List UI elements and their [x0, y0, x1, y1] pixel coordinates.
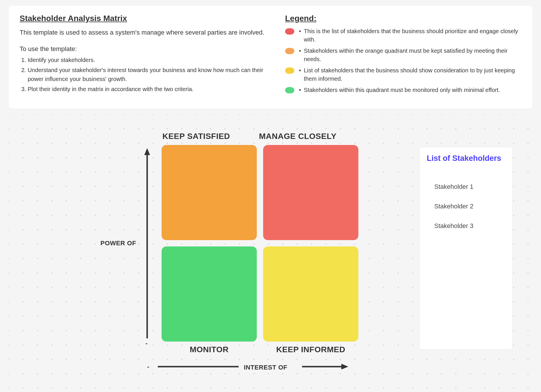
legend-text: Stakeholders within this quadrant must b…	[299, 86, 521, 94]
stakeholder-item[interactable]: Stakeholder 2	[427, 203, 505, 210]
legend-text: This is the list of stakeholders that th…	[299, 27, 521, 44]
stakeholder-item[interactable]: Stakeholder 3	[427, 222, 505, 230]
y-axis-label: POWER OF	[98, 240, 138, 247]
legend-row: List of stakeholders that the business s…	[285, 66, 521, 83]
legend-row: This is the list of stakeholders that th…	[285, 27, 521, 44]
svg-marker-4	[341, 364, 348, 370]
quadrant-keep-satisfied[interactable]	[162, 145, 257, 240]
legend-row: Stakeholders within this quadrant must b…	[285, 86, 521, 94]
quadrant-grid	[162, 145, 358, 342]
canvas-area[interactable]: KEEP SATISFIED MANAGE CLOSELY POWER OF -…	[9, 114, 532, 392]
legend-swatch-yellow	[285, 67, 294, 74]
matrix-container[interactable]: KEEP SATISFIED MANAGE CLOSELY POWER OF -…	[98, 132, 358, 370]
quadrant-keep-informed[interactable]	[263, 246, 358, 342]
legend-title: Legend:	[285, 14, 521, 23]
page-description: This template is used to assess a system…	[20, 28, 268, 37]
header-left: Stakeholder Analysis Matrix This templat…	[20, 14, 268, 97]
legend-text: Stakeholders within the orange quadrant …	[299, 47, 521, 63]
y-axis-low-tick: -	[145, 340, 147, 347]
quadrant-label-monitor: MONITOR	[162, 345, 257, 354]
x-axis-row: - INTEREST OF	[147, 363, 358, 370]
quadrant-manage-closely[interactable]	[263, 145, 358, 240]
quadrant-label-keep-informed: KEEP INFORMED	[263, 345, 358, 354]
step-item: Understand your stakeholder's interest t…	[28, 66, 268, 84]
legend-text: List of stakeholders that the business s…	[299, 66, 521, 83]
legend-swatch-orange	[285, 48, 294, 54]
stakeholder-item[interactable]: Stakeholder 1	[427, 183, 505, 191]
arrow-up-icon	[144, 148, 150, 338]
steps-list: Identify your stakeholders. Understand y…	[20, 56, 268, 94]
quadrant-labels-top: KEEP SATISFIED MANAGE CLOSELY	[149, 132, 358, 141]
x-axis-label: INTEREST OF	[244, 364, 287, 371]
quadrant-label-manage-closely: MANAGE CLOSELY	[250, 132, 345, 141]
step-item: Plot their identity in the matrix in acc…	[28, 85, 268, 94]
stakeholders-card[interactable]: List of Stakeholders Stakeholder 1 Stake…	[420, 148, 512, 349]
stakeholders-title: List of Stakeholders	[427, 154, 505, 163]
quadrant-label-keep-satisfied: KEEP SATISFIED	[149, 132, 244, 141]
header-card: Stakeholder Analysis Matrix This templat…	[9, 6, 532, 109]
legend-swatch-green	[285, 87, 294, 93]
legend-panel: Legend: This is the list of stakeholders…	[285, 14, 521, 97]
page-title: Stakeholder Analysis Matrix	[20, 14, 268, 23]
quadrant-labels-bottom: MONITOR KEEP INFORMED	[162, 345, 358, 354]
step-item: Identify your stakeholders.	[28, 56, 268, 65]
x-axis-low-tick: -	[147, 363, 149, 370]
use-template-label: To use the template:	[20, 45, 268, 53]
legend-swatch-red	[285, 28, 294, 35]
svg-marker-1	[144, 148, 150, 155]
legend-row: Stakeholders within the orange quadrant …	[285, 47, 521, 63]
quadrant-monitor[interactable]	[162, 246, 257, 342]
matrix-body: POWER OF -	[98, 145, 358, 342]
y-axis-arrow: -	[144, 148, 150, 338]
